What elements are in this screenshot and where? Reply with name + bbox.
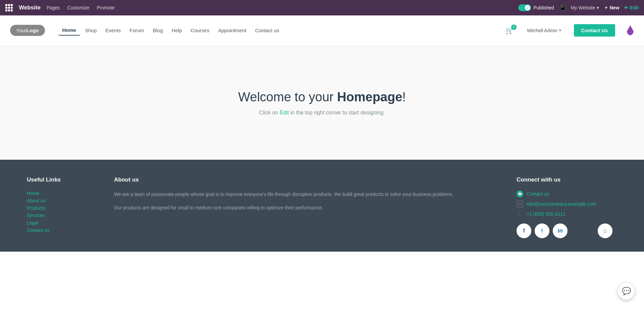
admin-nav-customize[interactable]: Customize bbox=[67, 5, 89, 10]
cart-badge: 0 bbox=[511, 24, 517, 30]
footer-link-home[interactable]: Home bbox=[27, 191, 39, 196]
site-navbar: YourLogo Home Shop Events Forum Blog Hel… bbox=[0, 15, 644, 46]
about-text-1: We are a team of passionate people whose… bbox=[114, 191, 503, 199]
site-footer: Useful Links Home About us Products Serv… bbox=[0, 160, 644, 252]
nav-appointment[interactable]: Appointment bbox=[214, 25, 250, 35]
grid-icon[interactable] bbox=[5, 4, 13, 11]
facebook-button[interactable]: f bbox=[517, 223, 531, 238]
list-item: Home bbox=[27, 191, 101, 196]
list-item: Contact us bbox=[27, 227, 101, 233]
new-button[interactable]: ＋ New bbox=[604, 5, 620, 11]
mobile-preview-icon[interactable]: 📱 bbox=[559, 4, 566, 11]
contact-us-link[interactable]: Contact us bbox=[527, 191, 549, 197]
published-label: Published bbox=[533, 5, 554, 10]
footer-email[interactable]: info@yourcompany.example.com bbox=[527, 201, 596, 207]
nav-courses[interactable]: Courses bbox=[186, 25, 213, 35]
footer-link-about[interactable]: About us bbox=[27, 198, 45, 203]
plus-icon: ＋ bbox=[604, 5, 608, 11]
pencil-icon: ✏ bbox=[624, 5, 628, 10]
nav-shop[interactable]: Shop bbox=[81, 25, 101, 35]
site-logo[interactable]: YourLogo bbox=[10, 25, 45, 36]
contact-chat-item: 💬 Contact us bbox=[517, 191, 617, 197]
nav-contact-us[interactable]: Contact us bbox=[251, 25, 283, 35]
hero-edit-link: Edit bbox=[280, 110, 289, 115]
footer-connect-col: Connect with us 💬 Contact us ✉ info@your… bbox=[517, 176, 617, 238]
contact-phone-item: 📞 +1 (650) 555-0111 bbox=[517, 211, 617, 217]
toggle-switch[interactable]: ✓ bbox=[518, 4, 531, 11]
chat-icon: 💬 bbox=[517, 191, 523, 197]
footer-link-services[interactable]: Services bbox=[27, 213, 45, 218]
nav-help[interactable]: Help bbox=[167, 25, 186, 35]
footer-link-contact[interactable]: Contact us bbox=[27, 227, 49, 233]
admin-nav-promote[interactable]: Promote bbox=[97, 5, 115, 10]
contact-email-item: ✉ info@yourcompany.example.com bbox=[517, 201, 617, 207]
linkedin-button[interactable]: in bbox=[553, 223, 568, 238]
admin-bar: Website Pages Customize Promote ✓ Publis… bbox=[0, 0, 644, 15]
logo-your: Your bbox=[16, 28, 26, 33]
water-drop-icon bbox=[627, 25, 634, 36]
user-name: Mitchell Admin bbox=[527, 28, 557, 33]
nav-blog[interactable]: Blog bbox=[149, 25, 167, 35]
nav-forum[interactable]: Forum bbox=[125, 25, 148, 35]
user-menu[interactable]: Mitchell Admin ▾ bbox=[527, 28, 561, 33]
phone-icon: 📞 bbox=[517, 211, 523, 217]
connect-title: Connect with us bbox=[517, 176, 617, 183]
chevron-down-icon: ▾ bbox=[559, 28, 561, 33]
email-icon: ✉ bbox=[517, 201, 523, 207]
footer-link-products[interactable]: Products bbox=[27, 205, 45, 211]
admin-nav-pages[interactable]: Pages bbox=[47, 5, 60, 10]
chevron-down-icon: ▾ bbox=[597, 5, 599, 10]
about-text-2: Our products are designed for small to m… bbox=[114, 204, 503, 212]
nav-events[interactable]: Events bbox=[101, 25, 125, 35]
logo-bold: Logo bbox=[26, 28, 39, 33]
list-item: Services bbox=[27, 213, 101, 218]
hero-section: Welcome to your Homepage! Click on Edit … bbox=[0, 46, 644, 160]
social-icons: f t in ⌂ bbox=[517, 223, 617, 238]
home-button[interactable]: ⌂ bbox=[598, 223, 612, 238]
logo-area[interactable]: YourLogo bbox=[10, 25, 45, 36]
about-title: About us bbox=[114, 176, 503, 183]
my-website-button[interactable]: My Website ▾ bbox=[571, 5, 599, 10]
admin-app-name: Website bbox=[19, 4, 41, 11]
edit-button[interactable]: ✏ Edit bbox=[624, 5, 639, 10]
useful-links-title: Useful Links bbox=[27, 176, 101, 183]
list-item: Products bbox=[27, 205, 101, 211]
admin-nav: Pages Customize Promote bbox=[47, 5, 121, 10]
footer-about-col: About us We are a team of passionate peo… bbox=[114, 176, 503, 238]
site-nav: Home Shop Events Forum Blog Help Courses… bbox=[58, 25, 496, 36]
hero-title: Welcome to your Homepage! bbox=[238, 90, 406, 104]
nav-home[interactable]: Home bbox=[58, 25, 80, 36]
footer-useful-links-col: Useful Links Home About us Products Serv… bbox=[27, 176, 101, 238]
footer-phone[interactable]: +1 (650) 555-0111 bbox=[527, 211, 566, 217]
useful-links-list: Home About us Products Services Legal Co… bbox=[27, 191, 101, 233]
published-toggle[interactable]: ✓ Published bbox=[518, 4, 554, 11]
twitter-button[interactable]: t bbox=[535, 223, 549, 238]
list-item: About us bbox=[27, 198, 101, 203]
hero-subtitle: Click on Edit in the top right corner to… bbox=[259, 110, 385, 116]
toggle-knob: ✓ bbox=[525, 5, 530, 10]
list-item: Legal bbox=[27, 220, 101, 225]
contact-us-button[interactable]: Contact Us bbox=[574, 24, 615, 37]
cart-area[interactable]: 🛒 0 bbox=[505, 27, 514, 35]
footer-link-legal[interactable]: Legal bbox=[27, 220, 38, 225]
